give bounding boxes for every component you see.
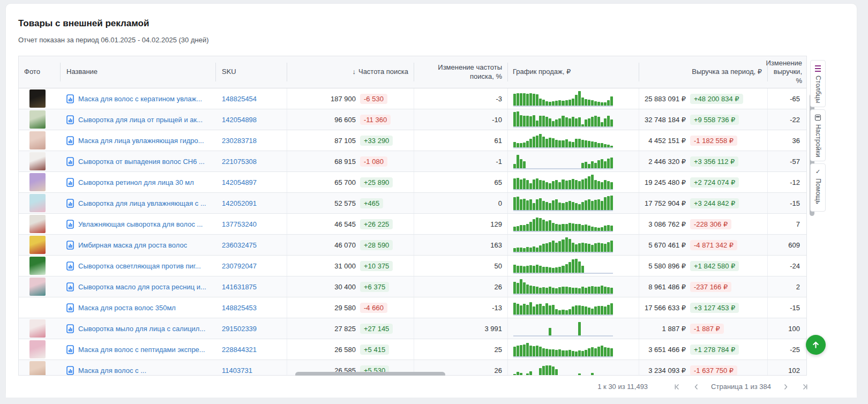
product-sku-link[interactable]: 142052091 <box>222 199 257 207</box>
column-header-revenue-change[interactable]: Изменение выручки, % <box>767 56 807 88</box>
search-frequency-change-value: 163 <box>490 241 502 249</box>
revenue-delta-badge: -228 306 ₽ <box>690 219 731 229</box>
product-sku-link[interactable]: 236032475 <box>222 241 257 249</box>
table-row: Маска для лица увлажняющая гидро... 2302… <box>19 130 806 151</box>
product-photo[interactable] <box>29 257 46 275</box>
product-report-icon[interactable] <box>66 261 74 271</box>
search-frequency-value: 52 575 <box>334 199 356 207</box>
search-frequency-delta-badge: +465 <box>360 198 383 208</box>
product-name-link[interactable]: Увлажняющая сыворотка для волос ... <box>78 220 203 228</box>
photo-cell <box>19 214 60 234</box>
column-header-photo[interactable]: Фото <box>19 56 60 88</box>
product-report-icon[interactable] <box>66 220 74 229</box>
product-name-link[interactable]: Маска для волос с кератином увлаж... <box>78 95 202 103</box>
sidebar-tab-settings[interactable]: Настройки <box>810 109 826 161</box>
product-photo[interactable] <box>29 173 46 191</box>
product-photo[interactable] <box>29 361 46 376</box>
sidebar-tab-help[interactable]: ✓ Помощь <box>810 163 826 212</box>
sales-sparkline[interactable] <box>513 300 613 316</box>
product-report-icon[interactable] <box>66 303 74 312</box>
sku-cell: 11403731 <box>215 360 287 376</box>
sales-sparkline[interactable] <box>513 341 613 357</box>
product-name-link[interactable]: Сыворотка мыло для лица с салицил... <box>78 325 205 333</box>
product-name-link[interactable]: Сыворотка для лица от прыщей и ак... <box>78 116 203 124</box>
product-sku-link[interactable]: 11403731 <box>222 366 252 375</box>
product-report-icon[interactable] <box>66 345 74 354</box>
product-sku-link[interactable]: 221075308 <box>222 158 257 166</box>
sales-sparkline[interactable] <box>513 237 613 253</box>
sidebar-tab-columns[interactable]: Столбцы <box>810 60 826 107</box>
column-header-revenue[interactable]: Выручка за период, ₽ <box>639 56 767 88</box>
previous-page-button[interactable] <box>691 381 702 393</box>
sales-sparkline[interactable] <box>513 195 613 211</box>
product-name-link[interactable]: Маска для роста волос 350мл <box>78 304 176 312</box>
product-name-link[interactable]: Сыворотка масло для роста ресниц и... <box>78 283 206 291</box>
product-name-link[interactable]: Маска для волос с пептидами экспре... <box>78 346 205 354</box>
sales-sparkline[interactable] <box>513 258 613 274</box>
product-report-icon[interactable] <box>66 199 74 208</box>
product-report-icon[interactable] <box>66 115 74 124</box>
first-page-button[interactable] <box>671 381 683 393</box>
product-report-icon[interactable] <box>66 136 74 145</box>
product-name-link[interactable]: Сыворотка от выпадения волос СН6 ... <box>78 158 205 166</box>
column-header-sales-chart[interactable]: График продаж, ₽ <box>507 56 639 88</box>
frequency-cell: 68 915 -1 080 <box>287 151 414 171</box>
scroll-to-top-button[interactable] <box>806 335 826 355</box>
product-name-link[interactable]: Маска для волос с ... <box>78 366 146 375</box>
product-sku-link[interactable]: 142054897 <box>222 178 257 186</box>
column-header-sku[interactable]: SKU <box>215 56 287 88</box>
sales-sparkline[interactable] <box>513 111 613 128</box>
product-report-icon[interactable] <box>66 94 74 103</box>
product-report-icon[interactable] <box>66 241 74 250</box>
product-sku-link[interactable]: 291502339 <box>222 325 257 333</box>
next-page-button[interactable] <box>780 381 791 393</box>
product-sku-link[interactable]: 141631875 <box>222 283 257 291</box>
product-report-icon[interactable] <box>66 178 74 187</box>
product-report-icon[interactable] <box>66 282 74 291</box>
product-sku-link[interactable]: 142054898 <box>222 116 257 124</box>
sort-descending-icon[interactable]: ↓ <box>352 68 356 76</box>
product-report-icon[interactable] <box>66 157 74 166</box>
product-sku-link[interactable]: 148825454 <box>222 95 257 103</box>
column-header-name[interactable]: Название <box>60 56 215 88</box>
product-name-link[interactable]: Имбирная маска для роста волос <box>78 241 187 249</box>
product-report-icon[interactable] <box>66 324 74 333</box>
product-photo[interactable] <box>29 152 46 170</box>
last-page-button[interactable] <box>799 381 811 393</box>
product-photo[interactable] <box>29 319 46 338</box>
sales-sparkline[interactable] <box>513 362 613 376</box>
sales-sparkline[interactable] <box>513 132 613 148</box>
frequency-cell: 26 580 +5 415 <box>287 339 414 360</box>
sales-sparkline[interactable] <box>513 216 613 232</box>
product-photo[interactable] <box>29 215 46 233</box>
product-photo[interactable] <box>29 89 46 108</box>
revenue-cell: 32 748 184 ₽ +9 558 736 ₽ <box>639 109 767 130</box>
product-photo[interactable] <box>29 110 46 129</box>
sales-sparkline[interactable] <box>513 320 613 336</box>
product-name-link[interactable]: Маска для лица увлажняющая гидро... <box>78 137 204 145</box>
column-header-frequency-change[interactable]: Изменение частоты поиска, % <box>414 56 507 88</box>
product-photo[interactable] <box>29 340 46 358</box>
product-name-link[interactable]: Сыворотка для лица увлажняющая с ... <box>78 199 206 207</box>
sales-sparkline[interactable] <box>513 153 613 169</box>
sales-sparkline[interactable] <box>513 279 613 295</box>
product-sku-link[interactable]: 230283718 <box>222 137 257 145</box>
name-cell: Маска для волос с ... <box>60 360 215 376</box>
product-name-link[interactable]: Сыворотка ретинол для лица 30 мл <box>78 178 194 186</box>
product-photo[interactable] <box>29 298 46 317</box>
revenue-cell: 8 961 486 ₽ -237 166 ₽ <box>639 276 767 297</box>
product-photo[interactable] <box>29 131 46 149</box>
search-frequency-delta-badge: -1 080 <box>360 156 387 167</box>
product-photo[interactable] <box>29 194 46 212</box>
column-header-frequency[interactable]: ↓ Частота поиска <box>287 56 414 88</box>
product-photo[interactable] <box>29 236 46 254</box>
product-sku-link[interactable]: 137753240 <box>222 220 257 228</box>
product-photo[interactable] <box>29 278 46 296</box>
product-sku-link[interactable]: 230792047 <box>222 262 257 270</box>
product-report-icon[interactable] <box>66 366 74 375</box>
product-sku-link[interactable]: 148825453 <box>222 304 257 312</box>
product-sku-link[interactable]: 228844321 <box>222 346 257 354</box>
sales-sparkline[interactable] <box>513 91 613 107</box>
product-name-link[interactable]: Сыворотка осветляющая против пиг... <box>78 262 201 270</box>
sales-sparkline[interactable] <box>513 174 613 190</box>
